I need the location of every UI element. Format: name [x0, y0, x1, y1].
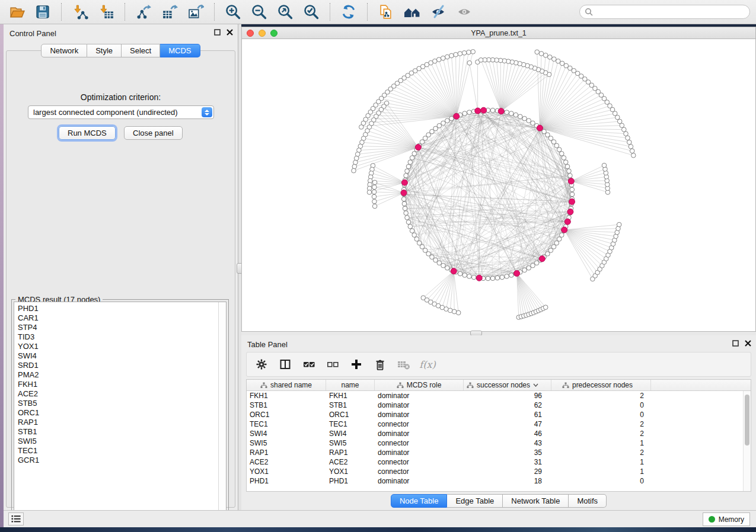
- list-item[interactable]: STB5: [18, 399, 215, 408]
- list-item[interactable]: SRD1: [18, 361, 215, 370]
- mcds-result-box: MCDS result (17 nodes) PHD1CAR1STP4TID3Y…: [11, 299, 229, 522]
- table-row[interactable]: RAP1RAP1dominator352: [247, 448, 743, 457]
- columns-icon: [279, 358, 291, 370]
- table-row[interactable]: SWI5SWI5connector431: [247, 438, 743, 448]
- list-item[interactable]: CAR1: [18, 313, 215, 323]
- column-header-shared-name[interactable]: shared name: [247, 380, 326, 390]
- eye-slash-icon: [430, 4, 446, 20]
- column-header-name[interactable]: name: [326, 380, 375, 390]
- table-row[interactable]: SWI4SWI4dominator462: [247, 429, 743, 438]
- column-header-predecessor-nodes[interactable]: predecessor nodes: [551, 380, 651, 390]
- table-settings-button[interactable]: [253, 355, 270, 373]
- delete-column-button[interactable]: [371, 355, 389, 373]
- table-row[interactable]: YOX1YOX1connector291: [247, 467, 743, 476]
- table-row[interactable]: ORC1ORC1dominator610: [247, 410, 743, 419]
- hide-selected-button[interactable]: [428, 2, 449, 21]
- list-item[interactable]: TID3: [18, 332, 215, 342]
- list-item[interactable]: GCR1: [18, 456, 215, 465]
- zoom-fit-button[interactable]: [275, 2, 296, 21]
- import-table-button[interactable]: [95, 2, 117, 21]
- show-all-button[interactable]: [454, 2, 475, 21]
- table-row[interactable]: STB1STB1dominator620: [247, 400, 743, 410]
- show-columns-button[interactable]: [276, 355, 294, 373]
- import-table-icon: [98, 4, 114, 20]
- float-panel-icon[interactable]: [732, 340, 739, 347]
- column-header-mcds-role[interactable]: MCDS role: [375, 380, 464, 390]
- tab-node-table[interactable]: Node Table: [391, 494, 448, 508]
- tab-edge-table[interactable]: Edge Table: [447, 494, 503, 508]
- open-file-button[interactable]: [6, 2, 27, 21]
- float-panel-icon[interactable]: [214, 29, 221, 36]
- close-panel-icon[interactable]: [745, 340, 751, 347]
- table-row[interactable]: ACE2ACE2connector311: [247, 457, 743, 467]
- table-scrollbar[interactable]: [743, 391, 751, 491]
- fx-icon: f(x): [419, 359, 435, 370]
- close-panel-icon[interactable]: [227, 29, 233, 36]
- scrollbar-thumb[interactable]: [745, 395, 749, 446]
- zoom-in-button[interactable]: [222, 2, 244, 21]
- list-item[interactable]: PHD1: [18, 304, 215, 313]
- table-tabs: Node Table Edge Table Network Table Moti…: [241, 494, 756, 508]
- tab-motifs[interactable]: Motifs: [569, 494, 607, 508]
- column-header-filler: [651, 380, 751, 390]
- export-image-icon: [188, 4, 204, 20]
- zoom-out-button[interactable]: [248, 2, 270, 21]
- tab-style[interactable]: Style: [87, 44, 122, 57]
- network-canvas[interactable]: [242, 39, 755, 331]
- clone-network-button[interactable]: [375, 2, 397, 21]
- zoom-selected-button[interactable]: [301, 2, 322, 21]
- delete-table-button[interactable]: [395, 355, 413, 373]
- close-window-icon[interactable]: [247, 30, 254, 37]
- table-row[interactable]: FKH1FKH1dominator962: [247, 391, 743, 400]
- list-icon: [11, 515, 21, 523]
- criterion-dropdown[interactable]: largest connected component (undirected): [28, 105, 214, 119]
- list-item[interactable]: STP4: [18, 323, 215, 332]
- network-view-window: YPA_prune.txt_1: [241, 27, 756, 332]
- table-panel-title: Table Panel: [247, 340, 288, 349]
- node-table: shared name name MCDS role successor nod…: [246, 379, 751, 492]
- list-item[interactable]: FKH1: [18, 380, 215, 389]
- select-all-button[interactable]: [300, 355, 318, 373]
- refresh-icon: [340, 4, 357, 20]
- list-item[interactable]: ACE2: [18, 389, 215, 399]
- tab-network[interactable]: Network: [41, 44, 87, 57]
- zoom-out-icon: [251, 4, 267, 20]
- list-item[interactable]: PMA2: [18, 370, 215, 380]
- tab-network-table[interactable]: Network Table: [503, 494, 569, 508]
- search-input[interactable]: [596, 8, 745, 16]
- first-neighbors-button[interactable]: [401, 2, 423, 21]
- run-mcds-button[interactable]: Run MCDS: [59, 126, 116, 140]
- tab-mcds[interactable]: MCDS: [160, 44, 200, 57]
- list-item[interactable]: YOX1: [18, 342, 215, 351]
- list-item[interactable]: SWI5: [18, 437, 215, 446]
- close-panel-button[interactable]: Close panel: [124, 126, 183, 140]
- add-column-button[interactable]: [347, 355, 365, 373]
- import-network-button[interactable]: [69, 2, 91, 21]
- refresh-button[interactable]: [338, 2, 359, 21]
- table-row[interactable]: PHD1PHD1dominator180: [247, 476, 743, 486]
- function-builder-button[interactable]: f(x): [419, 355, 436, 373]
- tab-select[interactable]: Select: [122, 44, 160, 57]
- list-item[interactable]: TEC1: [18, 446, 215, 456]
- list-item[interactable]: SWI4: [18, 351, 215, 361]
- export-network-button[interactable]: [133, 2, 154, 21]
- column-header-successor-nodes[interactable]: successor nodes: [464, 380, 551, 390]
- mcds-list-scrollbar[interactable]: [218, 302, 226, 519]
- deselect-all-button[interactable]: [324, 355, 342, 373]
- main-toolbar: [0, 0, 756, 24]
- list-item[interactable]: RAP1: [18, 418, 215, 427]
- minimize-window-icon[interactable]: [259, 30, 266, 37]
- export-table-button[interactable]: [159, 2, 180, 21]
- list-item[interactable]: ORC1: [18, 408, 215, 418]
- export-image-button[interactable]: [185, 2, 206, 21]
- maximize-window-icon[interactable]: [270, 30, 277, 37]
- network-title: YPA_prune.txt_1: [242, 29, 755, 37]
- table-row[interactable]: TEC1TEC1connector472: [247, 419, 743, 429]
- memory-button[interactable]: Memory: [703, 512, 750, 526]
- toolbar-separator: [330, 3, 330, 21]
- list-item[interactable]: STB1: [18, 427, 215, 437]
- save-session-button[interactable]: [32, 2, 53, 21]
- mcds-result-list[interactable]: PHD1CAR1STP4TID3YOX1SWI4SRD1PMA2FKH1ACE2…: [15, 303, 218, 518]
- task-history-button[interactable]: [8, 512, 24, 525]
- select-all-icon: [302, 358, 315, 370]
